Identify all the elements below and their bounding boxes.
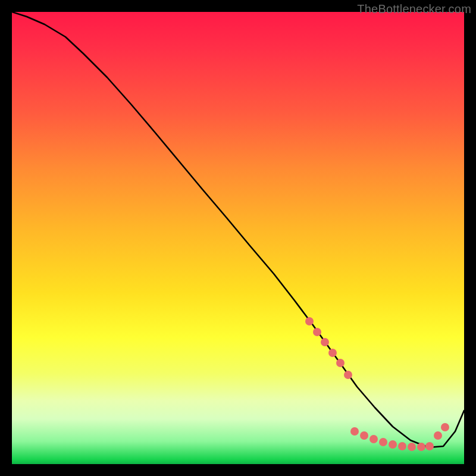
marker-dot [321,338,329,346]
marker-dot [379,438,387,446]
marker-dot [350,427,359,436]
marker-dot [408,443,416,451]
marker-dot [434,431,442,440]
plot-area [12,12,464,464]
marker-dot [313,328,321,336]
marker-dot [369,435,378,443]
marker-dot [336,359,345,367]
marker-dot [441,423,449,431]
curve-line [12,12,464,447]
marker-dot [417,443,425,451]
marker-dot [328,349,337,357]
marker-dot [398,442,406,450]
marker-dot [389,440,397,449]
marker-dot [305,317,314,325]
marker-dot [360,431,368,440]
chart-svg [12,12,464,464]
watermark-text: TheBottlenecker.com [357,2,471,16]
chart-frame: TheBottlenecker.com [0,0,476,476]
marker-dot [344,371,352,379]
marker-dot [425,442,434,450]
valley-markers [305,317,449,451]
